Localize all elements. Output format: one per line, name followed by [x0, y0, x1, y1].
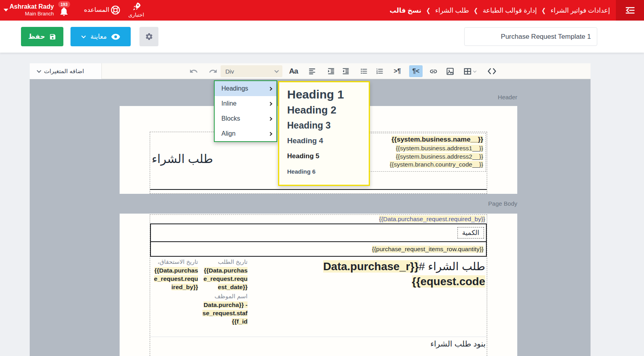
save-button[interactable]: حفظ [21, 27, 63, 46]
due-date-label: تاريخ الاستحقاق، [152, 258, 198, 266]
branch-country-placeholder[interactable]: {{system.branch.country_code__}} [390, 161, 483, 168]
undo-button[interactable] [188, 65, 200, 77]
settings-button[interactable] [139, 27, 158, 46]
insert-image-button[interactable] [444, 65, 456, 77]
code-view-button[interactable] [485, 65, 499, 77]
business-name-placeholder[interactable]: {{system.business.name__}} [391, 136, 483, 143]
request-date-placeholder-line[interactable]: {{Data.purchas [204, 267, 248, 274]
menu-item-align[interactable]: Align [215, 126, 276, 141]
align-left-icon [308, 67, 316, 75]
insert-link-button[interactable] [427, 65, 439, 77]
request-date-column[interactable]: تاريخ الطلب {{Data.purchas e_request.req… [201, 258, 248, 326]
preview-button-label: معاينة [90, 32, 107, 41]
breadcrumb-current: نسخ قالب [390, 7, 421, 14]
breadcrumb-link[interactable]: إدارة قوالب الطباعة [483, 7, 537, 14]
submenu-heading-3[interactable]: Heading 3 [287, 118, 361, 133]
submenu-heading-2[interactable]: Heading 2 [287, 102, 361, 118]
paragraph-ltr-button[interactable]: >¶ [391, 65, 404, 77]
help-link[interactable]: المساعده [84, 6, 109, 13]
due-date-placeholder-line[interactable]: e_request.requ [154, 275, 198, 282]
staff-name-label: اسم الموظف [201, 292, 248, 301]
user-menu[interactable]: Ashrakat Rady Main Branch [10, 3, 54, 17]
submenu-heading-5[interactable]: Heading 5 [287, 148, 361, 164]
add-variables-dropdown[interactable]: اضافه المتغيرات [30, 63, 102, 79]
breadcrumb-link[interactable]: إعدادات فواتير الشراء [551, 7, 610, 14]
request-heading-arabic[interactable]: # طلب الشراء [419, 260, 485, 273]
insert-table-button[interactable] [461, 65, 478, 77]
notifications-button[interactable] [59, 6, 69, 18]
document-title[interactable]: طلب الشراء [152, 152, 213, 166]
quantity-header-cell[interactable]: الكمية [457, 227, 484, 239]
submenu-heading-6[interactable]: Heading 6 [287, 164, 361, 179]
request-code-placeholder-part2[interactable]: {{equest.code [412, 275, 485, 288]
required-by-placeholder[interactable]: {{Data.purchase_request.required_by}} [379, 216, 485, 222]
staff-id-placeholder-line[interactable]: {{f_id [232, 318, 248, 325]
bell-icon [59, 6, 69, 17]
link-icon [429, 67, 438, 76]
eye-icon [111, 32, 120, 42]
staff-id-placeholder-line[interactable]: se_request.staf [202, 310, 248, 316]
gear-icon [145, 32, 153, 41]
items-section-title[interactable]: بنود طلب الشراء [430, 339, 486, 348]
staff-id-placeholder-line[interactable]: Data.purcha}} - [204, 301, 248, 308]
redo-button[interactable] [207, 65, 219, 77]
dates-columns[interactable]: تاريخ الاستحقاق، {{Data.purchas e_reques… [152, 258, 248, 326]
trial-label: اختبارى [128, 12, 144, 18]
paragraph-format-menu: Headings Inline Blocks Align [214, 80, 277, 142]
preview-button[interactable]: معاينة [70, 27, 131, 46]
user-branch: Main Branch [10, 10, 54, 17]
indent-button[interactable] [325, 65, 337, 77]
breadcrumb-separator-icon: ❮ [474, 7, 478, 14]
paragraph-rtl-button-active[interactable]: ¶< [409, 65, 423, 77]
indent-increase-icon [327, 67, 335, 75]
due-date-placeholder-line[interactable]: ired_by}} [171, 284, 198, 290]
request-date-placeholder-line[interactable]: est_date}} [218, 284, 248, 290]
sidebar-toggle-button[interactable] [616, 0, 644, 21]
request-date-placeholder-line[interactable]: e_request.requ [204, 275, 248, 282]
due-date-column[interactable]: تاريخ الاستحقاق، {{Data.purchas e_reques… [152, 258, 198, 326]
life-ring-icon[interactable] [110, 5, 121, 17]
request-code-placeholder-part1[interactable]: Data.purchase_r}} [323, 260, 419, 273]
menu-item-inline[interactable]: Inline [215, 96, 276, 111]
breadcrumb-separator-icon: ❮ [426, 7, 431, 14]
body-content-box[interactable]: {{Data.purchase_request.required_by}} ال… [150, 214, 487, 356]
chevron-right-icon [269, 117, 272, 121]
menu-item-label: Blocks [221, 115, 240, 122]
menu-item-headings[interactable]: Headings [215, 81, 276, 96]
breadcrumb-link[interactable]: طلب الشراء [435, 7, 469, 14]
save-button-label: حفظ [28, 32, 45, 41]
quantity-value-placeholder[interactable]: {{purchase_request_items_row.quantity}} [372, 246, 484, 253]
table-value-row[interactable]: {{purchase_request_items_row.quantity}} [151, 242, 486, 256]
table-header-row[interactable]: الكمية [151, 224, 486, 242]
document-body-section[interactable]: {{Data.purchase_request.required_by}} ال… [120, 214, 517, 356]
user-menu-caret-icon[interactable] [4, 9, 8, 11]
submenu-heading-1[interactable]: Heading 1 [287, 86, 361, 102]
font-size-button[interactable]: Aa [288, 65, 299, 77]
business-address1-placeholder[interactable]: {{system.business.address1__}} [396, 145, 483, 151]
due-date-placeholder-line[interactable]: {{Data.purchas [154, 267, 198, 274]
business-address2-placeholder[interactable]: {{system.business.address2__}} [396, 153, 483, 160]
header-divider-line [150, 189, 487, 190]
outdent-button[interactable] [340, 65, 352, 77]
template-name-input[interactable]: Purchase Request Template 1 [464, 27, 597, 46]
paragraph-format-select[interactable]: Div [221, 65, 282, 77]
undo-icon [189, 67, 198, 76]
breadcrumb: نسخ قالب ❮ طلب الشراء ❮ إدارة قوالب الطب… [390, 0, 610, 21]
action-bar: حفظ معاينة Purchase Request Template 1 [0, 21, 644, 53]
bullet-list-button[interactable] [358, 65, 370, 77]
top-navbar: Ashrakat Rady Main Branch 193 المساعده ا… [0, 0, 644, 21]
editor-canvas: اضافه المتغيرات Div Aa [30, 63, 591, 356]
chevron-down-icon [274, 68, 279, 73]
numbered-list-button[interactable] [374, 65, 386, 77]
submenu-heading-4[interactable]: Heading 4 [287, 133, 361, 148]
image-icon [446, 67, 454, 76]
items-table[interactable]: الكمية {{purchase_request_items_row.quan… [150, 223, 487, 257]
align-button[interactable] [306, 65, 318, 77]
menu-item-label: Align [221, 130, 236, 137]
save-floppy-icon [49, 33, 56, 40]
business-info-block[interactable]: {{system.business.name__}} {{system.busi… [363, 133, 486, 172]
font-size-label: Aa [289, 67, 298, 76]
request-code-heading[interactable]: Data.purchase_r}}# طلب الشراء {{equest.c… [323, 259, 485, 289]
menu-item-blocks[interactable]: Blocks [215, 111, 276, 126]
menu-item-label: Headings [221, 85, 248, 92]
